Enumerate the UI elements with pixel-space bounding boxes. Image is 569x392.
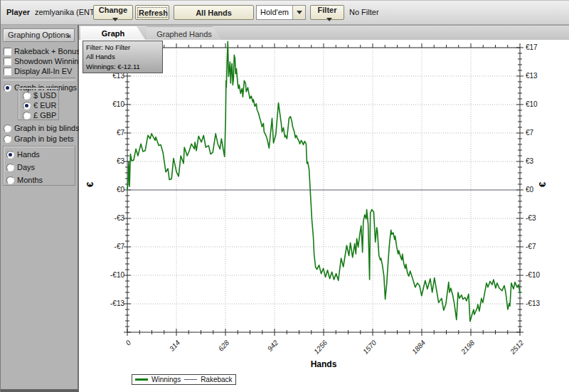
checkbox-label: Display All-In EV	[14, 67, 72, 75]
radio-button[interactable]	[6, 164, 14, 171]
checkbox[interactable]	[4, 68, 11, 75]
radio-label: Hands	[17, 150, 40, 159]
y-tick-label: €3	[526, 157, 554, 165]
graphing-options-title: Graphing Options	[8, 31, 69, 39]
checkbox-label: Rakeback + Bonuses	[14, 47, 88, 55]
filter-button[interactable]: Filter	[310, 5, 344, 20]
checkbox-group: Rakeback + Bonuses Showdown Winnings Dis…	[1, 46, 79, 75]
y-tick-label: -€13	[96, 300, 124, 307]
radio-option[interactable]: Graph in big bets	[1, 133, 79, 144]
graph-panel: €17€13€10€7€3€0-€3-€7-€10-€13 €17€13€10€…	[79, 40, 569, 392]
y-tick-label: -€10	[526, 271, 554, 279]
period-group: Hands Days Months	[4, 149, 75, 187]
player-label: Player	[6, 8, 30, 16]
checkbox-option[interactable]: Showdown Winnings	[1, 55, 79, 65]
y-tick-label: -€3	[96, 214, 124, 222]
change-button[interactable]: Change	[93, 5, 133, 20]
radio-button[interactable]	[23, 112, 31, 120]
y-tick-label: €17	[526, 43, 554, 51]
checkbox-option[interactable]: Display All-In EV	[1, 65, 79, 75]
x-axis-title: Hands	[295, 359, 352, 369]
radio-option[interactable]: Months	[4, 174, 75, 187]
chevron-down-icon	[112, 18, 118, 21]
y-tick-label: -€7	[526, 243, 554, 250]
radio-label: $ USD	[33, 91, 56, 100]
checkbox-option[interactable]: Rakeback + Bonuses	[1, 46, 79, 55]
player-name: zemlyanika (ENT)	[35, 8, 97, 16]
graphing-options-panel: Graphing Options « Rakeback + Bonuses Sh…	[1, 25, 79, 392]
radio-label: £ GBP	[33, 111, 56, 120]
y-tick-label: €7	[526, 129, 554, 137]
radio-option[interactable]: Hands	[4, 149, 75, 161]
radio-button[interactable]	[4, 125, 11, 132]
tooltip-winnings-line: Winnings: €-12.11	[86, 62, 159, 71]
radio-button[interactable]	[6, 151, 14, 159]
checkbox[interactable]	[4, 58, 11, 65]
period-groupbox: Hands Days Months	[3, 146, 75, 186]
change-button-label: Change	[99, 6, 127, 14]
legend-winnings-label: Winnings	[151, 376, 181, 383]
tabstrip: Graph Graphed Hands	[79, 25, 569, 40]
y-axis-title-left: €	[85, 182, 95, 187]
y-tick-label: €0	[96, 186, 124, 194]
currency-group: $ USD € EUR £ GBP	[18, 90, 60, 120]
checkbox-label: Showdown Winnings	[14, 57, 87, 65]
radio-label: Days	[17, 163, 35, 171]
tooltip-hands-line: All Hands	[86, 52, 159, 61]
y-tick-label: €13	[526, 72, 554, 80]
radio-button[interactable]	[4, 135, 11, 143]
toolbar: Player zemlyanika (ENT) Change Refresh A…	[1, 0, 569, 25]
separator	[3, 78, 75, 80]
tab-graphed-hands-label: Graphed Hands	[156, 30, 212, 38]
y-tick-label: -€10	[96, 271, 124, 279]
radio-button[interactable]	[4, 84, 11, 92]
radio-button[interactable]	[23, 92, 31, 100]
filter-status: No Filter	[349, 8, 379, 16]
radio-option[interactable]: £ GBP	[18, 110, 60, 120]
y-tick-label: -€7	[96, 243, 124, 250]
legend-rakeback-label: Rakeback	[201, 376, 232, 383]
graphing-options-header: Graphing Options «	[3, 28, 75, 42]
tooltip-filter-line: Filter: No Filter	[86, 43, 159, 52]
holdem-manager-window: Player zemlyanika (ENT) Change Refresh A…	[0, 0, 569, 392]
y-tick-label: €10	[526, 100, 554, 108]
chevron-down-icon[interactable]	[292, 6, 305, 19]
y-tick-label: €3	[96, 157, 124, 165]
checkbox[interactable]	[4, 48, 11, 55]
collapse-panel-button[interactable]: «	[67, 30, 71, 42]
tab-graphed-hands[interactable]: Graphed Hands	[147, 26, 222, 41]
tab-graph[interactable]: Graph	[80, 26, 146, 41]
radio-option[interactable]: € EUR	[18, 100, 60, 110]
game-type-value: Hold'em	[260, 8, 289, 16]
radio-label: Graph in big bets	[14, 134, 74, 143]
rakeback-line-sample	[184, 379, 197, 380]
graph-tooltip: Filter: No Filter All Hands Winnings: €-…	[83, 41, 163, 73]
radio-button[interactable]	[23, 102, 31, 110]
winnings-line-sample	[135, 378, 148, 381]
y-tick-label: -€13	[526, 300, 554, 307]
all-hands-button[interactable]: All Hands	[174, 5, 254, 20]
radio-option[interactable]: Days	[4, 161, 75, 174]
chevron-down-icon	[326, 18, 332, 21]
game-type-select[interactable]: Hold'em	[256, 5, 306, 20]
y-tick-label: €7	[96, 129, 124, 137]
currency-groupbox: $ USD € EUR £ GBP	[18, 88, 59, 120]
radio-label: Graph in big blinds	[14, 124, 80, 132]
winnings-line	[127, 41, 520, 322]
radio-button[interactable]	[6, 176, 14, 184]
y-tick-label: -€3	[526, 214, 554, 222]
radio-option[interactable]: $ USD	[18, 90, 60, 100]
radio-label: Months	[17, 176, 43, 184]
chart-legend: Winnings Rakeback	[132, 374, 236, 385]
filter-button-label: Filter	[318, 6, 337, 14]
y-tick-label: €10	[96, 100, 124, 108]
refresh-button[interactable]: Refresh	[135, 5, 169, 20]
tab-graph-label: Graph	[102, 29, 124, 38]
graph-mode-group-2: Graph in big blinds Graph in big bets	[1, 122, 79, 144]
radio-option[interactable]: Graph in big blinds	[1, 122, 79, 133]
radio-label: € EUR	[33, 101, 56, 110]
y-axis-title-right: €	[537, 182, 548, 187]
